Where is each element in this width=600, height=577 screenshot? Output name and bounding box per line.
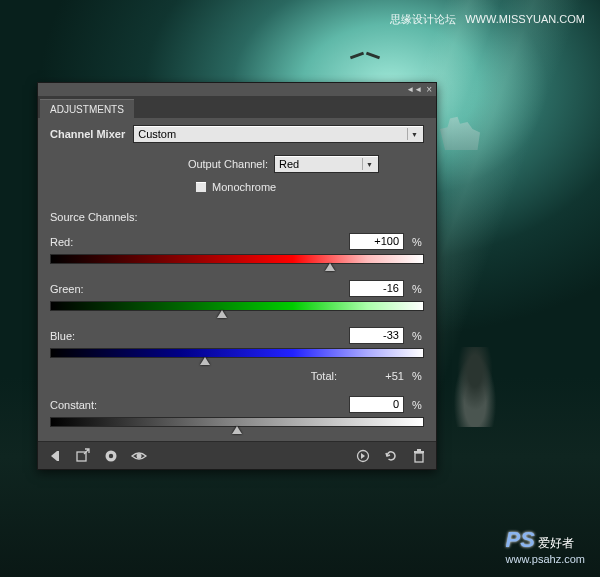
red-slider-track[interactable] <box>50 254 424 264</box>
constant-slider-thumb[interactable] <box>232 426 242 434</box>
green-slider-thumb[interactable] <box>217 310 227 318</box>
monochrome-label: Monochrome <box>212 181 276 193</box>
panel-footer <box>38 441 436 469</box>
total-value: +51 <box>349 370 404 382</box>
percent-label: % <box>412 236 424 248</box>
blue-slider-thumb[interactable] <box>200 357 210 365</box>
back-arrow-icon[interactable] <box>46 448 64 464</box>
red-label: Red: <box>50 236 349 248</box>
watermark-top: 思缘设计论坛 WWW.MISSYUAN.COM <box>390 12 585 27</box>
svg-rect-8 <box>417 449 421 451</box>
svg-rect-6 <box>415 453 423 462</box>
collapse-icon[interactable]: ◄◄ <box>406 85 422 94</box>
red-slider-row: Red: +100 % <box>50 233 424 264</box>
close-icon[interactable]: × <box>426 84 432 95</box>
svg-point-3 <box>109 453 113 457</box>
tab-adjustments[interactable]: ADJUSTMENTS <box>40 99 134 118</box>
output-channel-select[interactable]: Red ▼ <box>274 155 379 173</box>
watermark-bottom-url: www.psahz.com <box>506 553 585 565</box>
reset-icon[interactable] <box>382 448 400 464</box>
blue-label: Blue: <box>50 330 349 342</box>
clip-layer-icon[interactable] <box>102 448 120 464</box>
panel-tabbar: ADJUSTMENTS <box>38 96 436 118</box>
green-slider-track[interactable] <box>50 301 424 311</box>
panel-titlebar[interactable]: ◄◄ × <box>38 83 436 96</box>
green-slider-row: Green: -16 % <box>50 280 424 311</box>
monochrome-checkbox[interactable] <box>195 181 207 193</box>
adjustment-title: Channel Mixer <box>50 128 125 140</box>
chevron-down-icon: ▼ <box>362 158 376 170</box>
green-value-input[interactable]: -16 <box>349 280 404 297</box>
svg-rect-7 <box>414 451 424 453</box>
panel-body: Channel Mixer Custom ▼ Output Channel: R… <box>38 118 436 441</box>
previous-state-icon[interactable] <box>354 448 372 464</box>
chevron-down-icon: ▼ <box>407 128 421 140</box>
svg-point-4 <box>137 453 142 458</box>
adjustments-panel: ◄◄ × ADJUSTMENTS Channel Mixer Custom ▼ … <box>37 82 437 470</box>
percent-label: % <box>412 370 424 382</box>
preset-select[interactable]: Custom ▼ <box>133 125 424 143</box>
watermark-logo: PS <box>506 527 535 552</box>
bg-bird <box>350 50 380 62</box>
red-value-input[interactable]: +100 <box>349 233 404 250</box>
constant-slider-track[interactable] <box>50 417 424 427</box>
percent-label: % <box>412 330 424 342</box>
blue-slider-track[interactable] <box>50 348 424 358</box>
constant-value-input[interactable]: 0 <box>349 396 404 413</box>
bg-rider <box>450 347 500 427</box>
source-channels-label: Source Channels: <box>50 211 424 223</box>
green-label: Green: <box>50 283 349 295</box>
watermark-bottom: PS 爱好者 www.psahz.com <box>506 527 585 565</box>
total-label: Total: <box>311 370 337 382</box>
watermark-top-url: WWW.MISSYUAN.COM <box>465 13 585 25</box>
visibility-icon[interactable] <box>130 448 148 464</box>
watermark-bottom-cn: 爱好者 <box>538 536 574 550</box>
constant-label: Constant: <box>50 399 349 411</box>
preset-value: Custom <box>138 128 176 140</box>
svg-rect-0 <box>57 451 59 461</box>
red-slider-thumb[interactable] <box>325 263 335 271</box>
constant-slider-row: Constant: 0 % <box>50 396 424 427</box>
expand-view-icon[interactable] <box>74 448 92 464</box>
percent-label: % <box>412 283 424 295</box>
blue-value-input[interactable]: -33 <box>349 327 404 344</box>
output-channel-value: Red <box>279 158 299 170</box>
watermark-top-cn: 思缘设计论坛 <box>390 13 456 25</box>
trash-icon[interactable] <box>410 448 428 464</box>
percent-label: % <box>412 399 424 411</box>
blue-slider-row: Blue: -33 % <box>50 327 424 358</box>
output-channel-label: Output Channel: <box>188 158 268 170</box>
